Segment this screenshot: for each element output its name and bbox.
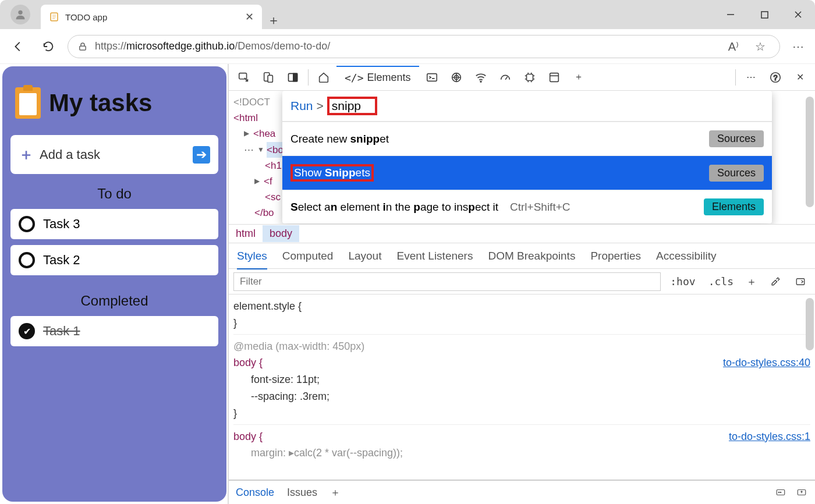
drawer-console-tab[interactable]: Console: [236, 487, 274, 499]
dom-tree-area: <!DOCT <html ▶<hea ⋯▼<bod <h1 ▶<f <sc </…: [229, 91, 815, 225]
completed-section-label: Completed: [10, 281, 218, 316]
new-style-rule-icon[interactable]: ＋: [743, 275, 760, 289]
elements-tab[interactable]: </> Elements: [336, 66, 419, 88]
subtab-properties[interactable]: Properties: [590, 250, 641, 262]
address-bar[interactable]: https://microsoftedge.github.io/Demos/de…: [68, 35, 780, 58]
svg-point-0: [18, 10, 22, 15]
read-aloud-icon[interactable]: A⁾: [724, 37, 743, 56]
panel-badge: Elements: [704, 198, 764, 215]
svg-rect-9: [80, 46, 86, 50]
command-menu: Run > Create new snippet Sources Show Sn…: [282, 91, 772, 223]
code-icon: </>: [345, 72, 364, 84]
subtab-styles[interactable]: Styles: [237, 250, 267, 269]
panel-badge: Sources: [709, 165, 764, 182]
command-row-select-element[interactable]: Select an element in the page to inspect…: [282, 190, 772, 223]
minimize-icon[interactable]: [714, 0, 747, 29]
styles-filter-input[interactable]: [233, 272, 661, 291]
browser-tab[interactable]: TODO app ✕: [41, 5, 262, 29]
command-input[interactable]: [332, 99, 373, 113]
network-tab-icon[interactable]: [469, 66, 492, 89]
browser-toolbar: https://microsoftedge.github.io/Demos/de…: [0, 29, 815, 64]
unchecked-icon[interactable]: [19, 216, 35, 232]
cls-toggle[interactable]: .cls: [705, 275, 737, 288]
subtab-layout[interactable]: Layout: [348, 250, 381, 262]
task-item[interactable]: Task 3: [10, 209, 218, 239]
profile-avatar[interactable]: [10, 5, 30, 24]
styles-toolbar: :hov .cls ＋: [229, 269, 815, 294]
add-task-placeholder: Add a task: [40, 147, 100, 162]
svg-rect-6: [761, 12, 768, 18]
svg-rect-20: [550, 73, 558, 81]
welcome-icon[interactable]: [312, 66, 335, 89]
hov-toggle[interactable]: :hov: [667, 275, 699, 288]
source-link[interactable]: to-do-styles.css:40: [723, 354, 810, 371]
task-item-completed[interactable]: ✔ Task 1: [10, 316, 218, 346]
devtools-panel: </> Elements ＋ ⋯ ? ✕ <!DOCT <html ▶<hea: [228, 64, 815, 504]
drawer-add-tab-icon[interactable]: ＋: [330, 485, 341, 499]
drawer-expand-icon[interactable]: [795, 487, 808, 498]
computed-toggle-icon[interactable]: [791, 276, 810, 287]
prompt-icon: >: [317, 99, 324, 113]
browser-titlebar: TODO app ✕ ＋: [0, 0, 815, 29]
subtab-computed[interactable]: Computed: [282, 250, 334, 262]
styles-rules[interactable]: element.style { } @media (max-width: 450…: [229, 294, 815, 480]
command-row-show-snippets[interactable]: Show Snippets Sources: [282, 155, 772, 190]
todo-section-label: To do: [10, 174, 218, 209]
todo-header: My tasks: [10, 77, 218, 135]
svg-rect-12: [268, 75, 272, 82]
refresh-button[interactable]: [37, 36, 59, 58]
scrollbar[interactable]: [806, 97, 814, 207]
more-menu-icon[interactable]: ⋯: [788, 37, 808, 56]
task-item[interactable]: Task 2: [10, 245, 218, 275]
drawer-issues-tab[interactable]: Issues: [287, 487, 317, 499]
back-button[interactable]: [7, 36, 29, 58]
subtab-accessibility[interactable]: Accessibility: [656, 250, 716, 262]
submit-task-button[interactable]: ➔: [193, 146, 210, 164]
subtab-event-listeners[interactable]: Event Listeners: [396, 250, 473, 262]
task-label: Task 2: [43, 253, 80, 268]
tab-close-icon[interactable]: ✕: [245, 10, 254, 23]
scrollbar[interactable]: [806, 298, 814, 350]
paintbrush-icon[interactable]: [766, 276, 785, 288]
devtools-tabbar: </> Elements ＋ ⋯ ? ✕: [229, 64, 815, 91]
breadcrumb-item[interactable]: html: [229, 225, 263, 242]
window-controls: [714, 0, 815, 29]
dock-side-icon[interactable]: [281, 66, 304, 89]
command-input-highlight: [327, 97, 377, 115]
styles-subtabs: Styles Computed Layout Event Listeners D…: [229, 243, 815, 269]
unchecked-icon[interactable]: [19, 252, 35, 268]
svg-point-27: [780, 492, 781, 493]
more-tabs-icon[interactable]: ＋: [567, 66, 590, 89]
maximize-icon[interactable]: [747, 0, 781, 29]
dom-breadcrumb[interactable]: html body: [229, 225, 815, 243]
close-window-icon[interactable]: [781, 0, 815, 29]
command-row-create-snippet[interactable]: Create new snippet Sources: [282, 122, 772, 155]
drawer-issues-icon[interactable]: [774, 487, 787, 498]
add-task-input[interactable]: ＋ Add a task ➔: [10, 135, 218, 174]
tab-title: TODO app: [65, 12, 239, 22]
subtab-dom-breakpoints[interactable]: DOM Breakpoints: [488, 250, 575, 262]
help-icon[interactable]: ?: [764, 66, 787, 89]
source-link[interactable]: to-do-styles.css:1: [729, 428, 810, 445]
new-tab-button[interactable]: ＋: [262, 12, 285, 29]
performance-tab-icon[interactable]: [494, 66, 517, 89]
svg-point-26: [778, 492, 779, 493]
breadcrumb-item[interactable]: body: [263, 225, 299, 242]
checked-icon[interactable]: ✔: [19, 323, 35, 339]
command-row-highlight: Show Snippets: [290, 164, 374, 182]
console-tab-icon[interactable]: [420, 66, 444, 89]
svg-rect-14: [293, 73, 297, 81]
inspect-element-icon[interactable]: [232, 66, 256, 89]
application-tab-icon[interactable]: [543, 66, 566, 89]
sources-tab-icon[interactable]: [445, 66, 468, 89]
url-text: https://microsoftedge.github.io/Demos/de…: [95, 40, 330, 52]
notepad-icon: [49, 12, 59, 22]
task-label: Task 3: [43, 216, 80, 232]
memory-tab-icon[interactable]: [518, 66, 541, 89]
settings-more-icon[interactable]: ⋯: [739, 66, 763, 89]
close-devtools-icon[interactable]: ✕: [788, 66, 812, 89]
device-emulation-icon[interactable]: [257, 66, 280, 89]
lock-icon: [77, 41, 88, 52]
favorite-icon[interactable]: ☆: [750, 37, 770, 56]
svg-rect-19: [526, 74, 533, 80]
